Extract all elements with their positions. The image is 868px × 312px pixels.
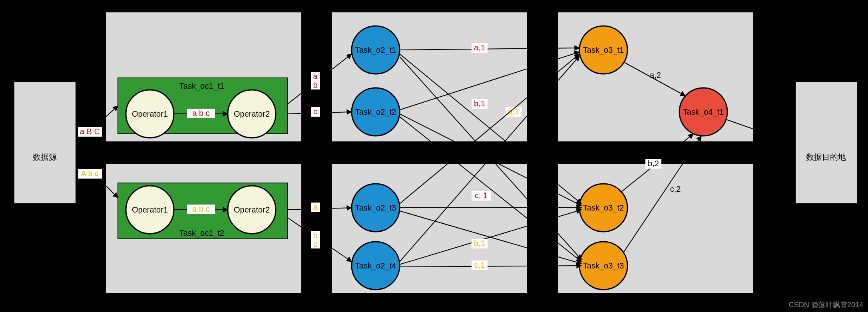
edge-tc1-up-label: ab — [313, 72, 318, 89]
task-o2-t4-label: Task_o2_t4 — [355, 261, 396, 270]
task-o2-t1-label: Task_o2_t1 — [355, 46, 396, 55]
data-dest-box — [795, 82, 857, 204]
tc2-op2-label: Operator2 — [234, 205, 270, 214]
server-05-label: Server 05 — [412, 3, 447, 12]
task-oc1-t1-label: Task_oc1_t1 — [179, 81, 224, 91]
edge-t4-b-label: b,1 — [474, 239, 485, 248]
edge-src-tc2-label: A b c — [81, 169, 99, 178]
tc2-op1-label: Operator1 — [132, 205, 168, 214]
edge-tc2-low-label: bc — [313, 231, 317, 248]
tc1-op1-label: Operator1 — [132, 109, 168, 118]
edge-dest-label: a,2b,2c,2 — [771, 125, 782, 151]
task-o3-t2-label: Task_o3_t2 — [583, 203, 624, 213]
task-oc1-t2-label: Task_oc1_t2 — [179, 229, 224, 238]
server-02-label: Server 02 — [412, 295, 447, 304]
edge-t4-c-label: c,1 — [474, 260, 485, 269]
data-source-label: 数据源 — [33, 153, 57, 161]
edge-tc1-low-label: c — [313, 107, 317, 116]
edge-o3-r-label: c,2 — [670, 185, 681, 193]
server-01-label: Server 01 — [187, 295, 221, 304]
tc2-inner-label: a b c — [192, 205, 209, 213]
data-source-box — [14, 82, 76, 204]
data-dest-label: 数据目的地 — [806, 153, 846, 161]
tc1-op2-label: Operator2 — [234, 109, 270, 118]
edge-src-tc1-label: a B C — [80, 127, 100, 136]
server-03-label: Server 03 — [638, 295, 673, 304]
edge-tc2-up-label: a — [313, 203, 318, 211]
tc1-inner-label: a b c — [192, 109, 209, 117]
edge-t1-o1-label: a,1 — [474, 43, 485, 52]
edge-t3-mix-label: c, 1 — [475, 191, 488, 200]
task-o2-t2-label: Task_o2_t2 — [355, 107, 396, 117]
server-04-label: Server 04 — [638, 3, 673, 12]
server-06-label: Server 06 — [187, 3, 221, 12]
task-o4-t1-label: Task_o4_t1 — [683, 107, 724, 117]
watermark: CSDN @落叶飘雪2014 — [789, 300, 863, 310]
edge-t2-mix-label: b,1 — [474, 99, 485, 108]
task-o3-t3-label: Task_o3_t3 — [583, 261, 624, 270]
edge-o2-in-label: b,2 — [648, 159, 659, 168]
edge-o1-r-label: a,2 — [650, 71, 661, 79]
task-o3-t1-label: Task_o3_t1 — [583, 46, 624, 55]
task-o2-t3-label: Task_o2_t3 — [355, 203, 396, 213]
